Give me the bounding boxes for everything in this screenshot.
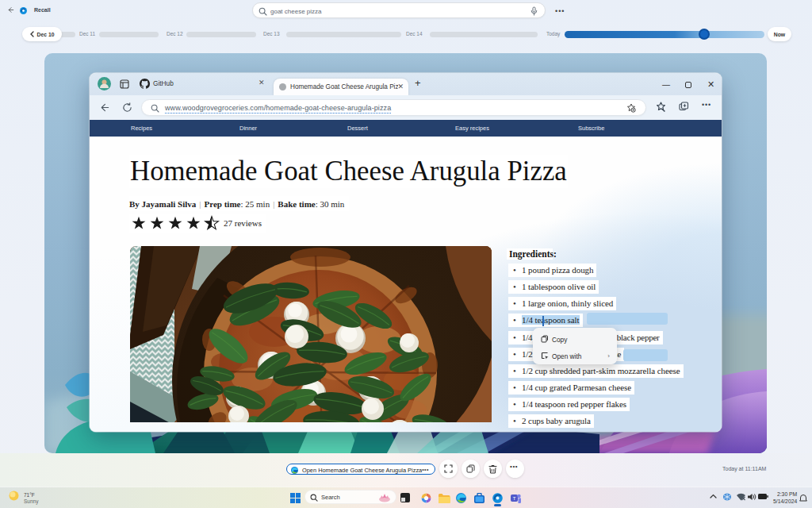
svg-text:T: T	[513, 496, 516, 501]
